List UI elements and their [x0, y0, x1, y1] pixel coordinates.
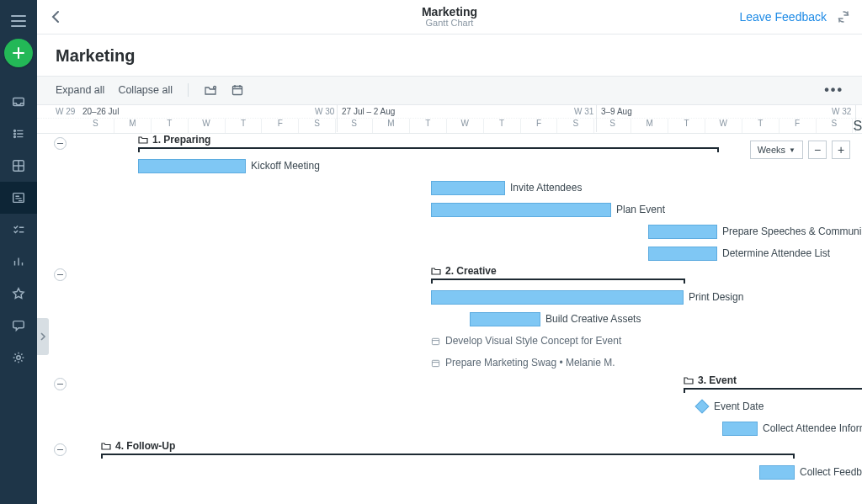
day-header: S — [77, 119, 114, 133]
folder-icon — [101, 441, 111, 451]
collapse-toggle[interactable] — [54, 443, 67, 456]
day-header: S — [593, 119, 631, 133]
section-title: 3. Event — [698, 374, 737, 386]
sidebar-item-checklist[interactable] — [0, 214, 37, 246]
day-header: S — [335, 119, 372, 133]
feedback-link[interactable]: Leave Feedback — [739, 10, 827, 24]
day-header: T — [483, 119, 520, 133]
sidebar-item-chat[interactable] — [0, 310, 37, 342]
task-row[interactable]: Develop Visual Style Concept for Event — [77, 331, 862, 353]
folder-icon — [431, 266, 441, 276]
day-header: T — [151, 119, 188, 133]
sidebar-item-starred[interactable] — [0, 278, 37, 310]
section-title: 2. Creative — [445, 265, 497, 277]
week-range: 20–26 Jul — [82, 107, 119, 116]
folder-settings-icon[interactable] — [204, 83, 217, 97]
task-label: Develop Visual Style Concept for Event — [445, 335, 621, 347]
task-label: Collect Attendee Information — [763, 422, 862, 434]
svg-point-6 — [17, 356, 21, 360]
task-row[interactable]: Kickoff Meeting — [77, 156, 862, 178]
sidebar-item-gantt[interactable] — [0, 182, 37, 214]
task-label: Build Creative Assets — [545, 313, 641, 325]
folder-icon — [138, 135, 148, 145]
day-header: T — [225, 119, 262, 133]
day-header: F — [779, 119, 816, 133]
sync-icon[interactable] — [837, 10, 850, 24]
add-button[interactable] — [4, 39, 33, 67]
day-header: S — [298, 119, 335, 133]
day-header: S — [816, 119, 853, 133]
header-title: Marketing — [37, 5, 862, 19]
sidebar-item-inbox[interactable] — [0, 86, 37, 118]
collapse-toggle[interactable] — [54, 268, 67, 281]
left-sidebar — [0, 0, 37, 504]
collapse-toggle[interactable] — [54, 378, 67, 390]
week-range: 27 Jul – 2 Aug — [342, 107, 395, 116]
task-label: Prepare Marketing Swag • Melanie M. — [445, 357, 615, 369]
calendar-icon — [431, 358, 440, 368]
gantt-chart[interactable]: Weeks▼ − + 1. Preparing Kickoff Meeting — [37, 134, 862, 504]
section-row: 4. Follow-Up — [77, 440, 862, 462]
day-header: W — [705, 119, 742, 133]
section-row: 2. Creative — [77, 265, 862, 287]
day-header: S — [556, 119, 593, 133]
task-label: Plan Event — [616, 204, 665, 215]
collapse-all-button[interactable]: Collapse all — [118, 84, 173, 96]
svg-point-3 — [14, 136, 16, 138]
task-label: Kickoff Meeting — [251, 160, 320, 172]
svg-rect-10 — [432, 360, 439, 366]
task-row[interactable]: Event Date — [77, 396, 862, 418]
week-label: W 30 — [315, 107, 334, 116]
day-header: T — [668, 119, 705, 133]
svg-point-1 — [14, 130, 16, 132]
task-row[interactable]: Collect Feedback — [77, 462, 862, 484]
page-title: Marketing — [37, 34, 862, 76]
day-header: M — [631, 119, 668, 133]
timeline-header: W 2920–26 Jul W 3027 Jul – 2 Aug W 313–9… — [37, 105, 862, 134]
week-label: W 31 — [574, 107, 593, 116]
header: Marketing Gantt Chart Leave Feedback — [37, 0, 862, 34]
day-header: S — [852, 119, 862, 133]
expand-all-button[interactable]: Expand all — [56, 84, 104, 96]
day-header: M — [372, 119, 409, 133]
svg-rect-9 — [432, 338, 439, 344]
header-subtitle: Gantt Chart — [37, 18, 862, 28]
week-range: 3–9 Aug — [601, 107, 632, 116]
task-row[interactable]: Build Creative Assets — [77, 309, 862, 331]
week-label: W 32 — [832, 107, 851, 116]
back-icon[interactable] — [49, 9, 64, 24]
task-row[interactable]: Prepare Speeches & Communication Strateg… — [77, 221, 862, 243]
task-row[interactable]: Print Design — [77, 287, 862, 309]
day-header: F — [261, 119, 298, 133]
menu-icon[interactable] — [11, 15, 26, 27]
plus-icon — [12, 46, 25, 60]
sidebar-item-settings[interactable] — [0, 342, 37, 374]
section-row: 1. Preparing — [77, 134, 862, 156]
task-row[interactable]: Prepare Marketing Swag • Melanie M. — [77, 353, 862, 374]
day-header: W — [446, 119, 483, 133]
day-header: M — [114, 119, 151, 133]
week-label: W 29 — [56, 107, 75, 116]
task-label: Prepare Speeches & Communication Strateg… — [722, 225, 862, 237]
section-row: 3. Event — [77, 374, 862, 396]
task-label: Event Date — [714, 401, 764, 412]
task-row[interactable]: Plan Event — [77, 199, 862, 221]
sidebar-item-analytics[interactable] — [0, 246, 37, 278]
task-label: Collect Feedback — [800, 466, 862, 478]
day-header: T — [409, 119, 446, 133]
svg-rect-8 — [233, 87, 242, 95]
section-title: 4. Follow-Up — [115, 440, 175, 452]
day-header: F — [520, 119, 557, 133]
collapse-toggle[interactable] — [54, 137, 67, 150]
today-icon[interactable] — [231, 83, 244, 97]
svg-point-7 — [214, 87, 216, 89]
day-header: T — [742, 119, 779, 133]
task-row[interactable]: Collect Attendee Information — [77, 418, 862, 440]
more-button[interactable]: ••• — [824, 82, 843, 98]
toolbar: Expand all Collapse all ••• — [37, 76, 862, 105]
task-row[interactable]: Invite Attendees — [77, 178, 862, 199]
task-row[interactable]: Determine Attendee List — [77, 243, 862, 265]
sidebar-item-board[interactable] — [0, 150, 37, 182]
section-title: 1. Preparing — [152, 134, 210, 146]
sidebar-item-list[interactable] — [0, 118, 37, 150]
